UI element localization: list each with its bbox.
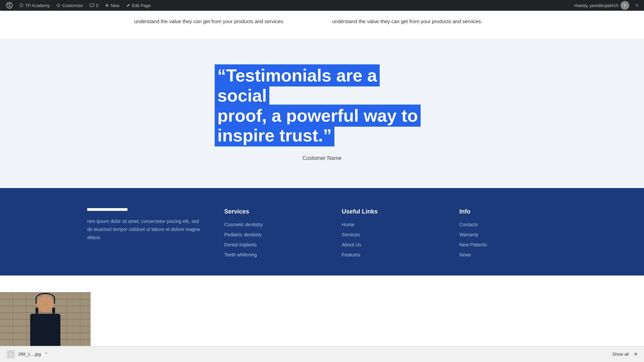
avatar: Y <box>621 1 629 10</box>
footer-link-contacts[interactable]: Contacts <box>460 222 557 227</box>
footer-link-warranty[interactable]: Warranty <box>460 232 557 237</box>
top-col-left: understand the value they can get from y… <box>134 17 312 25</box>
search-icon[interactable] <box>633 0 641 11</box>
howdy-text: Howdy, yexidikuja8415 <box>574 3 619 8</box>
new-item[interactable]: New <box>102 0 123 11</box>
customer-name: Customer Name <box>13 155 631 161</box>
footer-link-cosmetic[interactable]: Cosmetic dentistry <box>224 222 322 227</box>
wp-logo-icon <box>6 2 13 9</box>
quote-line-3: inspire trust.” <box>215 124 334 146</box>
customize-label: Customize <box>62 3 83 8</box>
footer-link-news[interactable]: News <box>460 252 557 257</box>
top-col-right: understand the value they can get from y… <box>332 17 510 25</box>
footer-useful-links-title: Useful Links <box>342 208 439 215</box>
quote-line-1: “Testimonials are a social <box>215 64 380 107</box>
footer-logo <box>87 208 127 211</box>
footer-services-col: Services Cosmetic dentistry Pediatric de… <box>224 208 322 262</box>
footer-services-title: Services <box>224 208 322 215</box>
top-col-left-text: understand the value they can get from y… <box>134 17 312 25</box>
top-col-right-text: understand the value they can get from y… <box>332 17 510 25</box>
footer-link-pediatric[interactable]: Pediatric dentistry <box>224 232 322 237</box>
top-section: understand the value they can get from y… <box>0 11 644 39</box>
footer-link-home[interactable]: Home <box>342 222 439 227</box>
footer-info-title: Info <box>460 208 557 215</box>
comments-count: 0 <box>96 3 98 8</box>
footer-link-teeth[interactable]: Teeth whitening <box>224 252 322 257</box>
site-name-label: TP Academy <box>25 3 50 8</box>
footer-link-about[interactable]: About Us <box>342 242 439 247</box>
footer-useful-links-col: Useful Links Home Services About Us Feat… <box>342 208 439 262</box>
footer: rem ipsum dolor sit amet, consectetur pi… <box>0 188 644 276</box>
howdy-item[interactable]: Howdy, yexidikuja8415 Y <box>571 1 633 10</box>
quote-line-2: proof, a powerful way to <box>215 105 421 127</box>
testimonial-quote: “Testimonials are a social proof, a powe… <box>215 66 429 146</box>
adminbar-right: Howdy, yexidikuja8415 Y <box>571 0 641 11</box>
footer-link-dental[interactable]: Dental implants <box>224 242 322 247</box>
footer-link-features[interactable]: Features <box>342 252 439 257</box>
footer-brand: rem ipsum dolor sit amet, consectetur pi… <box>87 208 204 241</box>
footer-inner: rem ipsum dolor sit amet, consectetur pi… <box>87 208 557 262</box>
footer-link-services[interactable]: Services <box>342 232 439 237</box>
customize-item[interactable]: Customize <box>53 0 86 11</box>
wp-logo-item[interactable] <box>3 0 16 11</box>
top-section-inner: understand the value they can get from y… <box>121 17 523 25</box>
footer-link-new-patients[interactable]: New Patients <box>460 242 557 247</box>
new-label: New <box>111 3 119 8</box>
page-wrapper: understand the value they can get from y… <box>0 11 644 276</box>
testimonial-section: “Testimonials are a social proof, a powe… <box>0 39 644 188</box>
footer-info-col: Info Contacts Warranty New Patients News <box>460 208 557 262</box>
site-name-item[interactable]: TP Academy <box>16 0 53 11</box>
edit-page-item[interactable]: Edit Page <box>123 0 154 11</box>
edit-page-label: Edit Page <box>132 3 151 8</box>
comments-item[interactable]: 0 <box>86 0 102 11</box>
footer-description: rem ipsum dolor sit amet, consectetur pi… <box>87 218 204 241</box>
admin-bar[interactable]: TP Academy Customize 0 New Edit Page How… <box>0 0 644 11</box>
